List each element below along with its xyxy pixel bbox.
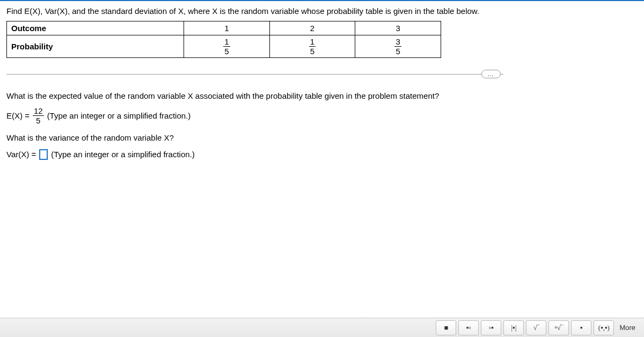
prob-1: 1 5 [184, 35, 270, 58]
ex-hint: (Type an integer or a simplified fractio… [47, 110, 191, 121]
tool-nroot-icon[interactable]: ⁿ√‾ [548, 320, 569, 335]
question-expected-value: What is the expected value of the random… [6, 90, 638, 101]
ex-label: E(X) = [6, 110, 30, 121]
outcome-2: 2 [269, 21, 355, 35]
section-divider [6, 74, 503, 75]
problem-statement: Find E(X), Var(X), and the standard devi… [6, 5, 638, 17]
probability-label: Probability [7, 35, 184, 58]
expected-value-answer: E(X) = 12 5 (Type an integer or a simpli… [6, 107, 638, 124]
question-variance: What is the variance of the random varia… [6, 132, 638, 143]
variance-answer: Var(X) = (Type an integer or a simplifie… [6, 149, 638, 160]
math-toolbar: ■ ▪▫ ▫▪ |▪| √‾ ⁿ√‾ ▪ (▪,▪) More [0, 318, 644, 337]
tool-exponent-icon[interactable]: ▪ [571, 320, 591, 335]
variance-input[interactable] [39, 149, 48, 160]
tool-sqrt-icon[interactable]: √‾ [526, 320, 546, 335]
tool-point-icon[interactable]: (▪,▪) [594, 320, 614, 335]
var-hint: (Type an integer or a simplified fractio… [51, 149, 195, 160]
tool-mixed-left-icon[interactable]: ▪▫ [458, 320, 479, 335]
outcome-label: Outcome [7, 21, 184, 35]
more-options-button[interactable]: … [481, 70, 501, 78]
outcome-3: 3 [355, 21, 441, 35]
tool-abs-icon[interactable]: |▪| [503, 320, 524, 335]
prob-2: 1 5 [269, 35, 355, 58]
toolbar-more-button[interactable]: More [616, 324, 639, 332]
outcome-1: 1 [184, 21, 270, 35]
ex-value: 12 5 [33, 107, 44, 124]
var-label: Var(X) = [6, 149, 36, 160]
tool-mixed-right-icon[interactable]: ▫▪ [481, 320, 501, 335]
tool-fraction-icon[interactable]: ■ [436, 320, 456, 335]
probability-table: Outcome 1 2 3 Probability 1 5 1 5 [6, 21, 441, 58]
prob-3: 3 5 [355, 35, 441, 58]
